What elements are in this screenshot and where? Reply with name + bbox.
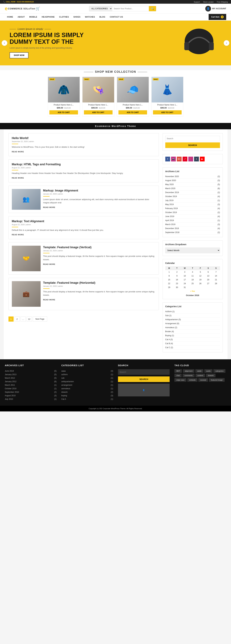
page-2[interactable]: 2 (14, 316, 20, 322)
tag-9[interactable]: edge case (174, 378, 186, 382)
search-bar[interactable]: ALL CATEGORIES 🔍 (89, 6, 156, 11)
cat-item-0[interactable]: Aciform (1) (165, 310, 220, 314)
tag-7[interactable]: content (196, 374, 205, 377)
archive-item-11[interactable]: April 2019(1) (165, 218, 220, 222)
archive-item-0[interactable]: November 2020(2) (165, 174, 220, 178)
archive-item-14[interactable]: September 2018(2) (165, 230, 220, 234)
sidebar-search-button[interactable]: SEARCH (165, 142, 220, 148)
next-page-button[interactable]: Next Page (33, 316, 47, 322)
add-to-cart-btn-2[interactable]: ADD TO CART (84, 110, 112, 114)
tag-10[interactable]: embeds (187, 378, 198, 382)
footer-search-input[interactable] (118, 369, 170, 375)
cat-item-3[interactable]: Arrangement (6) (165, 322, 220, 326)
add-to-cart-btn-3[interactable]: ADD TO CART (118, 110, 147, 114)
free-shipping-link[interactable]: Free Shipping (217, 1, 228, 3)
footer-archive-6[interactable]: September 2010(2) (5, 390, 56, 394)
nav-clothes[interactable]: CLOTHES (57, 14, 71, 20)
page-12[interactable]: 12 (27, 316, 32, 322)
page-ellipsis[interactable]: … (20, 316, 26, 322)
footer-cat-5[interactable]: asmodeus(1) (62, 387, 113, 390)
archive-item-10[interactable]: June 2019(4) (165, 214, 220, 218)
month-select[interactable]: Select Month (165, 248, 220, 253)
nav-contact[interactable]: CONTACT US (108, 14, 125, 20)
footer-cat-3[interactable]: antiquarianism(1) (62, 380, 113, 383)
hero-prev-button[interactable]: ‹ (2, 40, 7, 46)
pin2-icon[interactable]: 📍 (188, 157, 193, 162)
cat-item-5[interactable]: Broder (4) (165, 330, 220, 334)
footer-cat-6[interactable]: dowork(2) (62, 390, 113, 394)
sidebar-search-input[interactable] (165, 136, 220, 141)
cat-item-9[interactable]: Cat C (2) (165, 346, 220, 350)
post-read-more-6[interactable]: READ MORE (43, 299, 55, 301)
cart-button[interactable]: Cart Item 0 (208, 14, 226, 20)
cat-item-7[interactable]: Cat A (3) (165, 338, 220, 342)
search-input[interactable] (112, 6, 149, 11)
nav-shoes[interactable]: SHOES (71, 14, 83, 20)
add-to-cart-btn-1[interactable]: ADD TO CART (50, 110, 78, 114)
footer-cat-2[interactable]: sub(1) (62, 376, 113, 380)
archive-item-3[interactable]: March 2020(6) (165, 186, 220, 190)
add-to-cart-btn-4[interactable]: ADD TO CART (153, 110, 182, 114)
tag-3[interactable]: audio (204, 369, 212, 373)
category-select[interactable]: ALL CATEGORIES (89, 6, 112, 11)
footer-cat-1[interactable]: aciform(1) (62, 373, 113, 376)
archive-item-8[interactable]: February 2019(4) (165, 206, 220, 210)
cat-item-1[interactable]: Sub (1) (165, 314, 220, 318)
post-read-more-5[interactable]: READ MORE (43, 263, 55, 265)
footer-archive-7[interactable]: August 2010(3) (5, 394, 56, 397)
archive-item-5[interactable]: October 2019(4) (165, 194, 220, 198)
tag-8[interactable]: dowork (206, 374, 216, 377)
nav-about[interactable]: ABOUT (15, 14, 27, 20)
archive-item-13[interactable]: December 2018(4) (165, 226, 220, 230)
cal-prev-link[interactable]: « Sep (165, 289, 220, 293)
page-1[interactable]: 1 (8, 316, 14, 322)
my-account[interactable]: 👤 MY ACCOUNT (205, 6, 226, 12)
tag-2[interactable]: aside (195, 369, 203, 373)
footer-archive-1[interactable]: January 2013(5) (5, 373, 56, 376)
tag-0[interactable]: 8BIT (174, 369, 182, 373)
logo[interactable]: e COMMERCE SOLuTion 🛒 (5, 6, 40, 12)
support-link[interactable]: Support (194, 1, 200, 3)
post-read-more-2[interactable]: READ MORE (12, 177, 24, 179)
archive-item-7[interactable]: May 2019(3) (165, 202, 220, 206)
cat-item-2[interactable]: Antiquarianism (5) (165, 318, 220, 322)
nav-watches[interactable]: WATCHES (83, 14, 97, 20)
nav-blog[interactable]: BLOG (97, 14, 108, 20)
footer-archive-5[interactable]: October 2010(1) (5, 387, 56, 390)
tag-6[interactable]: comments (182, 374, 194, 377)
archive-item-12[interactable]: March 2019(3) (165, 222, 220, 226)
footer-archive-0[interactable]: June 2019(5) (5, 369, 56, 373)
post-read-more-4[interactable]: READ MORE (12, 234, 24, 236)
footer-archive-2[interactable]: March 2012(5) (5, 376, 56, 380)
facebook-icon[interactable]: f (165, 157, 170, 162)
cat-item-6[interactable]: Buying (1) (165, 334, 220, 338)
cat-item-8[interactable]: Cat B (4) (165, 342, 220, 346)
search-button[interactable]: 🔍 (149, 6, 156, 11)
nav-headphone[interactable]: HEADPHONE (40, 14, 57, 20)
post-read-more-3[interactable]: READ MORE (43, 206, 55, 208)
instagram-icon[interactable]: 📷 (171, 157, 176, 162)
footer-cat-7[interactable]: buying(3) (62, 394, 113, 397)
tag-11[interactable]: excerpt (198, 378, 208, 382)
archive-item-1[interactable]: August 2020(3) (165, 178, 220, 182)
tag-1[interactable]: alignment (183, 369, 194, 373)
nav-home[interactable]: HOME (5, 14, 15, 20)
footer-archive-8[interactable]: July 2010(1) (5, 397, 56, 401)
google-icon[interactable]: G+ (177, 157, 182, 162)
pinterest-icon[interactable]: 📌 (182, 157, 187, 162)
footer-cat-8[interactable]: Cat A(1) (62, 397, 113, 401)
hero-next-button[interactable]: › (224, 40, 230, 46)
youtube-icon[interactable]: ▶ (200, 157, 204, 162)
tag-4[interactable]: categories (214, 369, 226, 373)
cat-item-4[interactable]: Asmodeus (2) (165, 326, 220, 330)
shop-now-button[interactable]: SHOP NOW (10, 52, 28, 58)
footer-archive-3[interactable]: January 2012(6) (5, 380, 56, 383)
archive-item-2[interactable]: May 2020(5) (165, 182, 220, 186)
archive-item-6[interactable]: July 2019(1) (165, 198, 220, 202)
tag-12[interactable]: featured image (209, 378, 224, 382)
archive-item-9[interactable]: October 2019(2) (165, 210, 220, 214)
tumblr-icon[interactable]: t (194, 157, 199, 162)
post-read-more-1[interactable]: READ MORE (12, 151, 24, 153)
footer-archive-4[interactable]: March 2011(1) (5, 383, 56, 387)
tag-5[interactable]: chat (174, 374, 182, 377)
